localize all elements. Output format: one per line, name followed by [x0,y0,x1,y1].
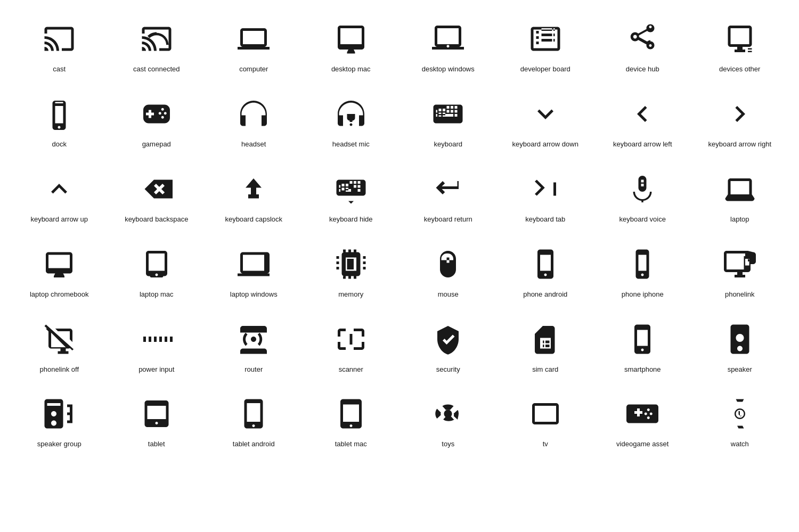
phone-iphone-label: phone iphone [622,290,664,299]
scanner-icon [332,321,370,358]
speaker-icon [721,321,759,358]
icon-cell-router: router [205,311,303,386]
icon-cell-phonelink: phonelink [691,236,789,311]
keyboard-arrow-down-label: keyboard arrow down [512,140,578,149]
keyboard-arrow-left-icon [624,95,661,133]
icon-cell-laptop: laptop [691,161,789,236]
icon-cell-scanner: scanner [303,311,400,386]
keyboard-label: keyboard [434,140,462,149]
icon-grid: cast cast connected computer desktop mac… [11,11,788,461]
icon-cell-laptop-mac: laptop mac [108,236,206,311]
icon-cell-videogame-asset: videogame asset [594,386,691,461]
phonelink-label: phonelink [725,290,755,299]
icon-cell-devices-other: devices other [691,11,789,86]
icon-cell-mouse: mouse [399,236,497,311]
icon-cell-watch: watch [691,386,789,461]
icon-cell-toys: toys [399,386,497,461]
phonelink-off-icon [40,321,78,358]
icon-cell-keyboard-arrow-up: keyboard arrow up [11,161,108,236]
tv-label: tv [543,440,548,449]
laptop-icon [721,170,759,208]
speaker-group-icon [40,395,78,432]
icon-cell-phone-iphone: phone iphone [594,236,691,311]
phonelink-icon [721,245,759,283]
icon-cell-desktop-mac: desktop mac [303,11,400,86]
icon-cell-keyboard-capslock: keyboard capslock [205,161,303,236]
router-icon [235,321,272,358]
toys-icon [429,395,467,432]
icon-cell-phonelink-off: phonelink off [11,311,108,386]
keyboard-hide-label: keyboard hide [329,215,373,224]
icon-cell-keyboard-backspace: keyboard backspace [108,161,206,236]
sim-card-label: sim card [532,365,558,374]
keyboard-icon [429,95,467,133]
icon-cell-power-input: power input [108,311,206,386]
phone-iphone-icon [624,245,661,283]
icon-cell-tablet: tablet [108,386,206,461]
icon-cell-tv: tv [497,386,594,461]
icon-cell-memory: memory [303,236,400,311]
phone-android-label: phone android [523,290,567,299]
laptop-mac-label: laptop mac [140,290,174,299]
headset-mic-label: headset mic [332,140,370,149]
mouse-icon [429,245,467,283]
icon-cell-keyboard-voice: keyboard voice [594,161,691,236]
device-hub-icon [624,20,661,58]
laptop-mac-icon [138,245,175,283]
tv-icon [527,395,564,432]
icon-cell-keyboard-arrow-down: keyboard arrow down [497,86,594,161]
keyboard-capslock-label: keyboard capslock [225,215,282,224]
cast-label: cast [53,65,66,74]
sim-card-icon [527,321,564,358]
keyboard-voice-label: keyboard voice [619,215,666,224]
laptop-chromebook-icon [40,245,78,283]
keyboard-arrow-left-label: keyboard arrow left [613,140,672,149]
keyboard-arrow-up-label: keyboard arrow up [30,215,88,224]
smartphone-icon [624,321,661,358]
security-label: security [436,365,460,374]
desktop-mac-icon [332,20,370,58]
icon-cell-keyboard-tab: keyboard tab [497,161,594,236]
cast-icon [40,20,78,58]
devices-other-icon [721,20,759,58]
icon-cell-keyboard-hide: keyboard hide [303,161,400,236]
icon-cell-sim-card: sim card [497,311,594,386]
developer-board-label: developer board [520,65,570,74]
icon-cell-speaker: speaker [691,311,789,386]
cast-connected-icon [138,20,175,58]
keyboard-return-label: keyboard return [424,215,472,224]
desktop-mac-label: desktop mac [331,65,371,74]
desktop-windows-icon [429,20,467,58]
keyboard-tab-icon [527,170,564,208]
dock-icon [40,95,78,133]
security-icon [429,321,467,358]
phonelink-off-label: phonelink off [40,365,79,374]
keyboard-arrow-down-icon [527,95,564,133]
headset-mic-icon [332,95,370,133]
icon-cell-cast: cast [11,11,108,86]
tablet-mac-label: tablet mac [335,440,367,449]
laptop-windows-icon [235,245,272,283]
keyboard-arrow-up-icon [40,170,78,208]
videogame-asset-label: videogame asset [616,440,668,449]
dock-label: dock [52,140,67,149]
icon-cell-smartphone: smartphone [594,311,691,386]
gamepad-label: gamepad [142,140,171,149]
laptop-chromebook-label: laptop chromebook [30,290,89,299]
keyboard-backspace-icon [138,170,175,208]
keyboard-hide-icon [332,170,370,208]
toys-label: toys [442,440,454,449]
tablet-android-label: tablet android [233,440,275,449]
icon-cell-keyboard: keyboard [399,86,497,161]
icon-cell-speaker-group: speaker group [11,386,108,461]
headset-label: headset [241,140,266,149]
desktop-windows-label: desktop windows [422,65,475,74]
power-input-label: power input [138,365,174,374]
smartphone-label: smartphone [624,365,661,374]
watch-icon [721,395,759,432]
keyboard-tab-label: keyboard tab [525,215,565,224]
videogame-asset-icon [624,395,661,432]
memory-icon [332,245,370,283]
memory-label: memory [338,290,363,299]
icon-cell-developer-board: developer board [497,11,594,86]
